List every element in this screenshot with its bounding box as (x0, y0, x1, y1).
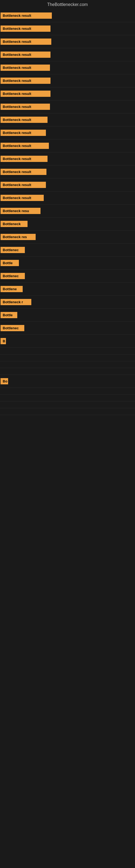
bottleneck-result-bar[interactable]: Bottleneck result (1, 156, 48, 162)
bottleneck-result-bar[interactable]: Bottleneck result (1, 143, 49, 149)
bottleneck-result-bar[interactable]: Bottleneck (1, 221, 28, 227)
list-item: Bottlenec (0, 244, 135, 257)
bottleneck-result-bar[interactable]: Bottleneck result (1, 78, 50, 84)
bottleneck-result-bar[interactable]: Bottlene (1, 286, 23, 292)
bottleneck-result-bar[interactable]: Bo (1, 378, 8, 384)
list-item: Bottleneck result (0, 113, 135, 126)
list-item (0, 401, 135, 408)
list-item: Bottleneck result (0, 35, 135, 48)
bottleneck-result-bar[interactable]: Bottlenec (1, 247, 25, 253)
bottleneck-result-bar[interactable]: Bottleneck res (1, 234, 36, 240)
list-item: Bottle (0, 257, 135, 270)
list-item: Bottleneck result (0, 165, 135, 179)
list-item: Bottleneck result (0, 61, 135, 74)
list-item (0, 388, 135, 395)
bottleneck-result-bar[interactable]: Bottleneck r (1, 299, 31, 305)
list-item: Bottleneck result (0, 100, 135, 113)
list-item: Bottleneck res (0, 230, 135, 244)
list-item (0, 408, 135, 415)
list-item: Bottleneck r (0, 296, 135, 309)
bottleneck-result-bar[interactable]: Bottleneck result (1, 65, 50, 71)
list-item: Bottleneck resu (0, 205, 135, 218)
bottleneck-result-bar[interactable]: Bottlenec (1, 325, 24, 331)
list-item: Bottleneck result (0, 191, 135, 205)
list-item: Bottlenec (0, 322, 135, 335)
bottleneck-result-bar[interactable]: Bottleneck result (1, 91, 50, 97)
list-item (0, 348, 135, 354)
bottleneck-result-bar[interactable]: Bottleneck result (1, 38, 51, 45)
bottleneck-result-bar[interactable]: Bottleneck result (1, 104, 50, 110)
bottleneck-result-bar[interactable]: Bottleneck resu (1, 208, 41, 214)
list-item: Bottleneck result (0, 152, 135, 165)
list-item (0, 361, 135, 368)
list-item: Bottle (0, 309, 135, 322)
list-item: Bottleneck result (0, 22, 135, 35)
bottleneck-result-bar[interactable]: Bottleneck result (1, 26, 50, 32)
bottleneck-result-bar[interactable]: Bottleneck result (1, 182, 46, 188)
list-item: Bottleneck result (0, 9, 135, 22)
bottleneck-result-bar[interactable]: Bottleneck result (1, 52, 50, 58)
list-item: Bottleneck result (0, 140, 135, 152)
list-item (0, 368, 135, 375)
bottleneck-result-bar[interactable]: Bottleneck result (1, 195, 44, 201)
list-item (0, 354, 135, 361)
list-item: Bottlenec (0, 270, 135, 283)
bottleneck-result-bar[interactable]: Bottleneck result (1, 130, 46, 136)
list-item: Bottleneck result (0, 126, 135, 140)
bottleneck-result-bar[interactable]: Bottleneck result (1, 12, 52, 19)
list-item (0, 395, 135, 401)
site-title: TheBottlenecker.com (0, 0, 135, 9)
list-item: Bottleneck result (0, 179, 135, 191)
list-item: Bottleneck result (0, 48, 135, 61)
list-item: Bottleneck (0, 218, 135, 230)
bottleneck-result-bar[interactable]: Bottle (1, 312, 17, 318)
bottleneck-result-bar[interactable]: Bottleneck result (1, 117, 48, 123)
list-item: Bottlene (0, 283, 135, 296)
bottleneck-result-bar[interactable]: Bottleneck result (1, 169, 46, 175)
bottleneck-result-bar[interactable]: Bottle (1, 260, 19, 266)
bottleneck-result-bar[interactable]: B (1, 338, 6, 344)
list-item: B (0, 335, 135, 348)
list-item: Bottleneck result (0, 87, 135, 100)
bottleneck-result-bar[interactable]: Bottlenec (1, 273, 25, 279)
list-item: Bo (0, 375, 135, 388)
list-item: Bottleneck result (0, 74, 135, 87)
